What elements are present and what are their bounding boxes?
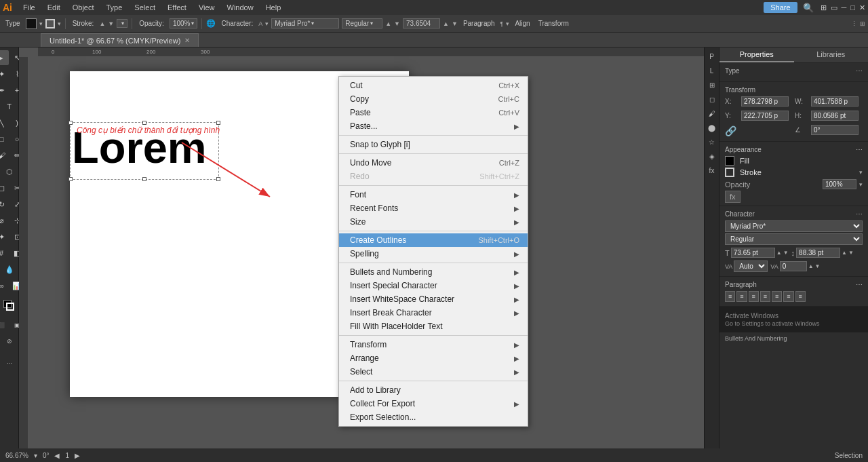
menu-item-undo[interactable]: Undo Move Ctrl+Z [339, 156, 528, 170]
font-size-up[interactable]: ▲ [776, 250, 782, 256]
align-center-btn[interactable]: ≡ [736, 291, 747, 302]
menu-item-transform[interactable]: Transform ▶ [339, 338, 528, 351]
blend-tool[interactable]: ∞ [0, 278, 9, 293]
status-nav-prev[interactable]: ◀ [54, 452, 60, 459]
menu-select[interactable]: Select [129, 2, 161, 13]
panels-icon[interactable]: ▭ [831, 3, 837, 12]
shaper-tool[interactable]: ⬡ [2, 164, 17, 179]
menu-item-break[interactable]: Insert Break Character ▶ [339, 306, 528, 320]
font-size-panel-input[interactable] [731, 248, 775, 258]
opacity-expand-icon[interactable]: ▾ [859, 181, 863, 188]
toolbar-more-icon[interactable]: ⋮ [851, 20, 857, 27]
properties-panel-toggle[interactable]: P [706, 50, 718, 62]
fx-button[interactable]: fx [725, 191, 741, 203]
size-field-arrow[interactable]: ▲ [443, 20, 449, 27]
max-icon[interactable]: □ [850, 3, 855, 12]
menu-help[interactable]: Help [260, 2, 287, 13]
handle-tr[interactable] [216, 121, 220, 125]
more-tools-btn[interactable]: ⋯ [2, 355, 17, 370]
menu-view[interactable]: View [193, 2, 220, 13]
menu-item-placeholder[interactable]: Fill With PlaceHolder Text [339, 320, 528, 333]
menu-item-cut[interactable]: Cut Ctrl+X [339, 79, 528, 92]
character-arrow[interactable]: ▾ [265, 20, 269, 27]
handle-br[interactable] [216, 177, 220, 181]
min-icon[interactable]: ─ [842, 3, 847, 12]
stroke-up-arrow[interactable]: ▲ [99, 20, 105, 27]
stroke-swatch-tool[interactable] [6, 303, 14, 311]
x-input[interactable] [741, 96, 789, 107]
handle-bl[interactable] [68, 177, 73, 181]
align-justify-left-btn[interactable]: ≡ [783, 291, 793, 302]
align-justify-btn[interactable]: ≡ [760, 291, 770, 302]
menu-item-export-selection[interactable]: Export Selection... [339, 410, 528, 424]
selection-tool[interactable]: ▸ [0, 50, 9, 65]
toolbar-arrange-icon[interactable]: ⊞ [860, 20, 865, 27]
paintbrush-tool[interactable]: 🖌 [0, 148, 9, 163]
leading-up[interactable]: ▲ [842, 250, 847, 256]
menu-item-spelling[interactable]: Spelling ▶ [339, 247, 528, 261]
arrange-icon[interactable]: ⊞ [821, 3, 827, 12]
rotate-tool[interactable]: ↻ [0, 197, 9, 212]
size-field-down[interactable]: ▼ [452, 20, 458, 27]
menu-item-size[interactable]: Size ▶ [339, 215, 528, 229]
font-size-input[interactable]: 73.6504 [403, 18, 440, 28]
para-arrow[interactable]: ▾ [506, 20, 509, 27]
menu-type[interactable]: Type [101, 2, 128, 13]
leading-down[interactable]: ▼ [848, 250, 854, 256]
menu-item-font[interactable]: Font ▶ [339, 188, 528, 201]
globe-icon[interactable]: 🌐 [206, 19, 216, 28]
type-section-more[interactable]: ⋯ [856, 67, 863, 75]
paragraph-more[interactable]: ⋯ [856, 281, 863, 288]
leading-input[interactable] [796, 248, 840, 258]
y-input[interactable] [741, 111, 789, 121]
menu-item-bullets[interactable]: Bullets and Numbering ▶ [339, 265, 528, 279]
font-size-down[interactable]: ▼ [783, 250, 789, 256]
swatches-toggle[interactable]: ⬤ [706, 121, 718, 134]
fill-color-swatch[interactable] [26, 18, 37, 29]
tab-close-btn[interactable]: ✕ [184, 37, 190, 44]
tracking-down[interactable]: ▼ [815, 263, 821, 269]
menu-window[interactable]: Window [222, 2, 259, 13]
w-input[interactable] [811, 96, 859, 107]
libraries-tab[interactable]: Libraries [794, 47, 869, 62]
status-nav-next[interactable]: ▶ [75, 452, 80, 459]
share-button[interactable]: Share [764, 2, 797, 13]
stroke-expand-icon[interactable]: ▾ [859, 169, 863, 176]
document-tab[interactable]: Untitled-1* @ 66.67 % (CMYK/Preview) ✕ [41, 33, 199, 47]
font-name-dropdown[interactable]: Myriad Pro* ▾ [271, 18, 339, 28]
constrain-icon[interactable]: 🔗 [725, 126, 736, 136]
color-mode-btn[interactable]: ⬛ [0, 317, 9, 332]
character-font-dropdown[interactable]: Myriad Pro* [725, 220, 863, 232]
stroke-down-arrow[interactable]: ▼ [108, 20, 114, 27]
stroke-arrow[interactable]: ▾ [58, 20, 61, 27]
tracking-up[interactable]: ▲ [808, 263, 814, 269]
fill-color-box[interactable] [725, 156, 734, 166]
assets-toggle[interactable]: ◻ [706, 93, 718, 105]
menu-item-special-char[interactable]: Insert Special Character ▶ [339, 279, 528, 292]
character-more[interactable]: ⋯ [856, 210, 863, 218]
size-up-arrow[interactable]: ▲ [385, 20, 391, 27]
kerning-dropdown[interactable]: Auto [734, 261, 768, 272]
line-tool[interactable]: ╲ [0, 115, 9, 130]
menu-item-paste[interactable]: Paste Ctrl+V [339, 106, 528, 119]
opacity-dropdown[interactable]: 100% ▾ [170, 18, 198, 28]
eyedropper-tool[interactable]: 💧 [2, 262, 17, 277]
menu-effect[interactable]: Effect [162, 2, 192, 13]
type-tool[interactable]: T [2, 99, 17, 114]
libraries-panel-toggle[interactable]: L [706, 64, 718, 77]
menu-item-snap-glyph[interactable]: Snap to Glyph [i] [339, 138, 528, 151]
handle-bm[interactable] [142, 177, 146, 181]
menu-item-copy[interactable]: Copy Ctrl+C [339, 92, 528, 106]
puppet-tool[interactable]: ✦ [0, 229, 9, 244]
stroke-color-box[interactable] [725, 168, 734, 177]
brushes-toggle[interactable]: 🖌 [706, 107, 718, 119]
align-left-btn[interactable]: ≡ [725, 291, 735, 302]
menu-item-collect-export[interactable]: Collect For Export ▶ [339, 397, 528, 410]
pen-tool[interactable]: ✒ [0, 83, 9, 98]
angle-input[interactable] [811, 125, 859, 135]
warp-tool[interactable]: ⌀ [0, 213, 9, 228]
menu-object[interactable]: Object [67, 2, 100, 13]
align-justify-right-btn[interactable]: ≡ [795, 291, 806, 302]
align-justify-all-btn[interactable]: ≡ [772, 291, 782, 302]
font-style-dropdown[interactable]: Regular ▾ [342, 18, 382, 28]
